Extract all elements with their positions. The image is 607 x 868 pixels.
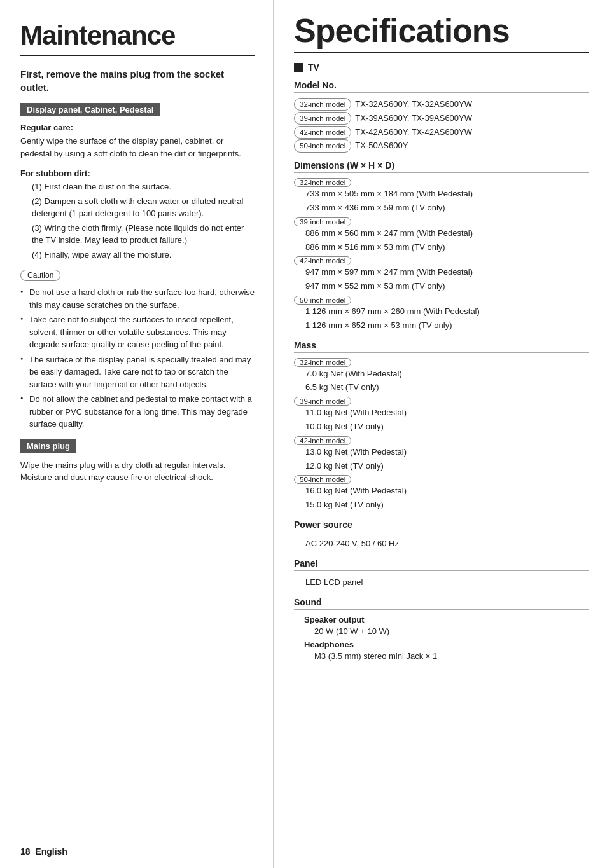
mass-value: 10.0 kg Net (TV only): [294, 420, 589, 434]
dimension-value: 1 126 mm × 652 mm × 53 mm (TV only): [294, 319, 589, 333]
model-tag: 42-inch model: [294, 126, 351, 139]
tv-section-header: TV: [294, 62, 589, 72]
mass-value: 12.0 kg Net (TV only): [294, 460, 589, 473]
dimension-block: 50-inch model1 126 mm × 697 mm × 260 mm …: [294, 296, 589, 333]
display-panel-subsection: Display panel, Cabinet, Pedestal Regular…: [20, 103, 255, 431]
caution-label: Caution: [20, 270, 60, 281]
power-source-value: AC 220-240 V, 50 / 60 Hz: [294, 537, 589, 551]
mass-value: 13.0 kg Net (With Pedestal): [294, 446, 589, 459]
model-row: 32-inch modelTX-32AS600Y, TX-32AS600YW: [294, 98, 589, 111]
mass-value: 11.0 kg Net (With Pedestal): [294, 406, 589, 420]
list-item: (3) Wring the cloth firmly. (Please note…: [20, 222, 255, 247]
mains-plug-text: Wipe the mains plug with a dry cloth at …: [20, 459, 255, 484]
sound-item-value: M3 (3.5 mm) stereo mini Jack × 1: [304, 650, 589, 663]
dimension-model-label: 39-inch model: [294, 217, 589, 226]
dimension-value: 886 mm × 560 mm × 247 mm (With Pedestal): [294, 227, 589, 240]
model-tag: 50-inch model: [294, 475, 351, 484]
display-panel-heading: Display panel, Cabinet, Pedestal: [20, 103, 160, 116]
dimension-block: 32-inch model733 mm × 505 mm × 184 mm (W…: [294, 178, 589, 215]
model-tag: 42-inch model: [294, 436, 351, 445]
mass-block: 50-inch model16.0 kg Net (With Pedestal)…: [294, 475, 589, 512]
model-value: TX-39AS600Y, TX-39AS600YW: [355, 112, 472, 125]
maintenance-title-rule: [20, 55, 255, 56]
mass-model-label: 39-inch model: [294, 397, 589, 406]
dimension-block: 42-inch model947 mm × 597 mm × 247 mm (W…: [294, 256, 589, 293]
model-row: 39-inch modelTX-39AS600Y, TX-39AS600YW: [294, 112, 589, 125]
model-tag: 50-inch model: [294, 296, 351, 305]
panel-title: Panel: [294, 558, 589, 571]
specifications-section: Specifications TV Model No. 32-inch mode…: [274, 0, 607, 868]
language: English: [35, 846, 67, 857]
sound-item: HeadphonesM3 (3.5 mm) stereo mini Jack ×…: [304, 640, 589, 663]
mass-title: Mass: [294, 340, 589, 353]
page-number: 18: [20, 846, 31, 857]
regular-care-title: Regular care:: [20, 123, 255, 132]
mass-value: 15.0 kg Net (TV only): [294, 499, 589, 512]
dimension-model-label: 50-inch model: [294, 296, 589, 305]
mass-model-label: 32-inch model: [294, 358, 589, 367]
power-source-title: Power source: [294, 520, 589, 532]
model-row: 42-inch modelTX-42AS600Y, TX-42AS600YW: [294, 126, 589, 139]
list-item: (2) Dampen a soft cloth with clean water…: [20, 195, 255, 220]
sound-item: Speaker output20 W (10 W + 10 W): [304, 615, 589, 638]
list-item: Take care not to subject the surfaces to…: [20, 313, 255, 351]
list-item: (4) Finally, wipe away all the moisture.: [20, 249, 255, 261]
stubborn-dirt-subsection: For stubborn dirt: (1) First clean the d…: [20, 169, 255, 261]
model-tag: 39-inch model: [294, 217, 351, 226]
model-value: TX-32AS600Y, TX-32AS600YW: [355, 98, 472, 111]
list-item: Do not use a hard cloth or rub the surfa…: [20, 286, 255, 311]
dimension-value: 886 mm × 516 mm × 53 mm (TV only): [294, 241, 589, 254]
sound-title: Sound: [294, 597, 589, 610]
model-tag: 42-inch model: [294, 256, 351, 265]
dimension-model-label: 42-inch model: [294, 256, 589, 265]
dimension-value: 947 mm × 552 mm × 53 mm (TV only): [294, 280, 589, 293]
tv-icon: [294, 63, 303, 72]
mass-value: 16.0 kg Net (With Pedestal): [294, 485, 589, 498]
mass-value: 6.5 kg Net (TV only): [294, 381, 589, 394]
panel-section: Panel LED LCD panel: [294, 558, 589, 589]
dimension-block: 39-inch model886 mm × 560 mm × 247 mm (W…: [294, 217, 589, 254]
model-row: 50-inch modelTX-50AS600Y: [294, 139, 589, 153]
dimension-value: 733 mm × 436 mm × 59 mm (TV only): [294, 202, 589, 215]
dimensions-rows: 32-inch model733 mm × 505 mm × 184 mm (W…: [294, 178, 589, 332]
model-tag: 32-inch model: [294, 178, 351, 187]
footer: 18 English: [20, 846, 67, 857]
model-tag: 50-inch model: [294, 139, 351, 152]
sound-item-title: Headphones: [304, 640, 589, 649]
spec-title: Specifications: [294, 11, 589, 50]
dimension-value: 733 mm × 505 mm × 184 mm (With Pedestal): [294, 188, 589, 201]
mass-model-label: 50-inch model: [294, 475, 589, 484]
mass-value: 7.0 kg Net (With Pedestal): [294, 368, 589, 381]
model-value: TX-50AS600Y: [355, 139, 408, 153]
mass-block: 32-inch model7.0 kg Net (With Pedestal)6…: [294, 358, 589, 395]
regular-care-text: Gently wipe the surface of the display p…: [20, 135, 255, 160]
mass-section: Mass 32-inch model7.0 kg Net (With Pedes…: [294, 340, 589, 512]
mass-block: 42-inch model13.0 kg Net (With Pedestal)…: [294, 436, 589, 473]
sound-items: Speaker output20 W (10 W + 10 W)Headphon…: [294, 615, 589, 663]
maintenance-title: Maintenance: [20, 20, 255, 51]
list-item: Do not allow the cabinet and pedestal to…: [20, 393, 255, 431]
mass-block: 39-inch model11.0 kg Net (With Pedestal)…: [294, 397, 589, 434]
model-no-title: Model No.: [294, 80, 589, 93]
dimensions-title: Dimensions (W × H × D): [294, 160, 589, 173]
caution-list: Do not use a hard cloth or rub the surfa…: [20, 286, 255, 431]
mains-plug-subsection: Mains plug Wipe the mains plug with a dr…: [20, 439, 255, 484]
stubborn-dirt-list: (1) First clean the dust on the surface.…: [20, 181, 255, 261]
dimension-value: 947 mm × 597 mm × 247 mm (With Pedestal): [294, 266, 589, 279]
model-no-section: Model No. 32-inch modelTX-32AS600Y, TX-3…: [294, 80, 589, 153]
model-tag: 39-inch model: [294, 397, 351, 406]
mass-rows: 32-inch model7.0 kg Net (With Pedestal)6…: [294, 358, 589, 512]
model-tag: 32-inch model: [294, 98, 351, 111]
spec-rule: [294, 52, 589, 53]
model-no-rows: 32-inch modelTX-32AS600Y, TX-32AS600YW39…: [294, 98, 589, 153]
tv-label: TV: [308, 62, 319, 72]
sound-item-title: Speaker output: [304, 615, 589, 624]
power-source-section: Power source AC 220-240 V, 50 / 60 Hz: [294, 520, 589, 551]
dimensions-section: Dimensions (W × H × D) 32-inch model733 …: [294, 160, 589, 332]
maintenance-section: Maintenance First, remove the mains plug…: [0, 0, 274, 868]
panel-value: LED LCD panel: [294, 576, 589, 589]
model-tag: 39-inch model: [294, 112, 351, 125]
mass-model-label: 42-inch model: [294, 436, 589, 445]
maintenance-intro: First, remove the mains plug from the so…: [20, 67, 255, 94]
list-item: (1) First clean the dust on the surface.: [20, 181, 255, 193]
